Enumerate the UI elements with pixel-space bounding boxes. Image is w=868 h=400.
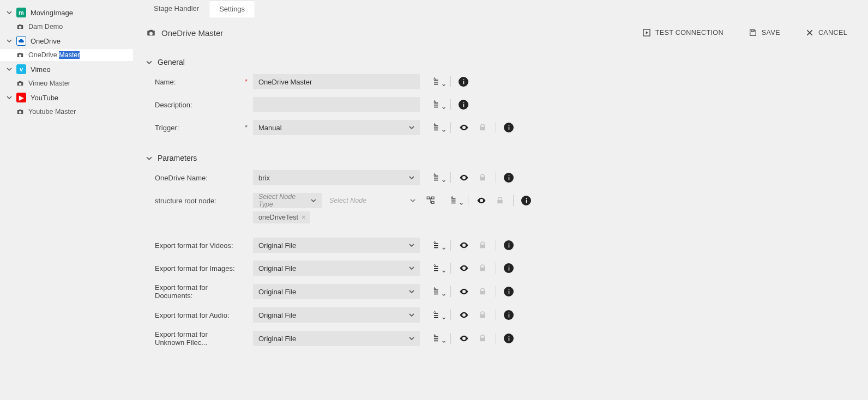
- row-fmt-docs: Export format for Documents: Original Fi…: [146, 283, 855, 300]
- label-name: Name:: [146, 78, 239, 86]
- info-button[interactable]: [504, 240, 514, 250]
- info-button[interactable]: [504, 173, 514, 183]
- info-button[interactable]: [504, 263, 514, 273]
- sidebar-group-label: MovingImage: [31, 9, 73, 17]
- lock-button[interactable]: [477, 122, 488, 133]
- info-button[interactable]: [459, 100, 468, 110]
- tab-settings[interactable]: Settings: [209, 0, 255, 17]
- lock-button[interactable]: [477, 310, 488, 320]
- language-button[interactable]: [432, 240, 443, 251]
- language-button[interactable]: [432, 122, 443, 133]
- main: Stage Handler Settings OneDrive Master T…: [133, 0, 868, 400]
- camera-icon: [16, 23, 24, 31]
- row-fmt-audio: Export format for Audio: Original File: [146, 307, 855, 323]
- sidebar-item-onedrive-master[interactable]: OneDrive Master: [0, 49, 133, 61]
- sidebar: m MovingImage Dam Demo OneDrive OneDrive…: [0, 0, 133, 400]
- label-trigger: Trigger:: [146, 124, 239, 132]
- label-fmt-audio: Export format for Audio:: [146, 311, 239, 319]
- label-fmt-images: Export format for Images:: [146, 264, 239, 272]
- remove-chip-button[interactable]: ×: [302, 214, 305, 221]
- test-connection-button[interactable]: TEST CONNECTION: [635, 25, 731, 40]
- row-fmt-images: Export format for Images: Original File: [146, 260, 855, 276]
- visibility-button[interactable]: [459, 122, 469, 133]
- visibility-button[interactable]: [459, 286, 469, 297]
- info-button[interactable]: [459, 77, 468, 87]
- language-button[interactable]: [432, 333, 443, 344]
- select-trigger[interactable]: Manual: [253, 120, 420, 135]
- section-header-general[interactable]: General: [146, 58, 855, 66]
- info-button[interactable]: [504, 287, 514, 296]
- lock-button[interactable]: [477, 263, 488, 274]
- chevron-down-icon: [7, 95, 12, 100]
- sidebar-item-label: Vimeo Master: [28, 80, 70, 87]
- select-node-type[interactable]: Select Node Type: [253, 193, 322, 208]
- lock-button[interactable]: [477, 240, 488, 251]
- label-fmt-unknown: Export format for Unknown Filec...: [146, 330, 239, 347]
- info-button[interactable]: [521, 196, 531, 205]
- tree-group-vimeo[interactable]: v Vimeo: [0, 61, 133, 77]
- label-fmt-docs: Export format for Documents:: [146, 283, 239, 300]
- lock-button[interactable]: [495, 195, 505, 206]
- camera-icon: [16, 108, 24, 116]
- select-fmt-docs[interactable]: Original File: [253, 284, 420, 299]
- language-button[interactable]: [449, 195, 460, 206]
- camera-icon: [146, 28, 156, 38]
- required-marker: *: [245, 78, 248, 86]
- language-button[interactable]: [432, 263, 443, 274]
- label-onedrive-name: OneDrive Name:: [146, 174, 239, 182]
- lock-button[interactable]: [477, 333, 488, 344]
- chip-onedrivetest[interactable]: oneDriveTest ×: [253, 211, 310, 223]
- page-title: OneDrive Master: [146, 28, 223, 38]
- chevron-down-icon: [409, 125, 414, 130]
- visibility-button[interactable]: [459, 310, 469, 320]
- chevron-down-icon: [409, 312, 414, 318]
- language-button[interactable]: [432, 76, 443, 87]
- row-fmt-videos: Export format for Videos: Original File: [146, 238, 855, 253]
- input-description[interactable]: [253, 97, 420, 112]
- tree-group-onedrive[interactable]: OneDrive: [0, 33, 133, 49]
- language-button[interactable]: [432, 99, 443, 110]
- section-header-parameters[interactable]: Parameters: [146, 154, 855, 162]
- input-name[interactable]: [253, 74, 420, 89]
- sidebar-item-youtube-master[interactable]: Youtube Master: [0, 106, 133, 118]
- info-button[interactable]: [504, 334, 514, 343]
- select-fmt-unknown[interactable]: Original File: [253, 331, 420, 346]
- visibility-button[interactable]: [459, 263, 469, 274]
- label-fmt-videos: Export format for Videos:: [146, 241, 239, 250]
- sidebar-item-dam-demo[interactable]: Dam Demo: [0, 21, 133, 33]
- vimeo-icon: v: [16, 64, 26, 74]
- select-node[interactable]: Select Node: [325, 193, 420, 208]
- select-fmt-audio[interactable]: Original File: [253, 307, 420, 323]
- visibility-button[interactable]: [476, 195, 487, 206]
- visibility-button[interactable]: [459, 240, 469, 251]
- tree-picker-button[interactable]: [424, 193, 437, 208]
- lock-button[interactable]: [477, 286, 488, 297]
- tab-stage-handler[interactable]: Stage Handler: [144, 0, 209, 17]
- visibility-button[interactable]: [459, 333, 469, 344]
- chevron-down-icon: [311, 198, 316, 203]
- tree-group-movingimage[interactable]: m MovingImage: [0, 4, 133, 21]
- toolbar: OneDrive Master TEST CONNECTION SAVE CAN…: [133, 17, 868, 46]
- info-button[interactable]: [504, 310, 514, 320]
- info-button[interactable]: [504, 123, 514, 132]
- label-root-node: structure root node:: [146, 197, 239, 205]
- tabs: Stage Handler Settings: [133, 0, 868, 17]
- chevron-down-icon: [409, 336, 414, 341]
- lock-button[interactable]: [477, 172, 488, 183]
- visibility-button[interactable]: [459, 172, 469, 183]
- chevron-down-icon: [7, 66, 12, 72]
- content: General Name: * Description: Trigger: * …: [133, 46, 868, 376]
- save-button[interactable]: SAVE: [741, 25, 788, 40]
- sidebar-item-vimeo-master[interactable]: Vimeo Master: [0, 77, 133, 89]
- select-fmt-videos[interactable]: Original File: [253, 238, 420, 253]
- play-box-icon: [642, 28, 651, 37]
- cancel-button[interactable]: CANCEL: [798, 25, 855, 40]
- language-button[interactable]: [432, 172, 443, 183]
- select-onedrive-name[interactable]: brix: [253, 170, 420, 185]
- tree-group-youtube[interactable]: ▶ YouTube: [0, 89, 133, 106]
- language-button[interactable]: [432, 286, 443, 297]
- select-fmt-images[interactable]: Original File: [253, 260, 420, 276]
- chevron-down-icon: [146, 155, 152, 161]
- sidebar-group-label: OneDrive: [31, 37, 61, 45]
- language-button[interactable]: [432, 310, 443, 320]
